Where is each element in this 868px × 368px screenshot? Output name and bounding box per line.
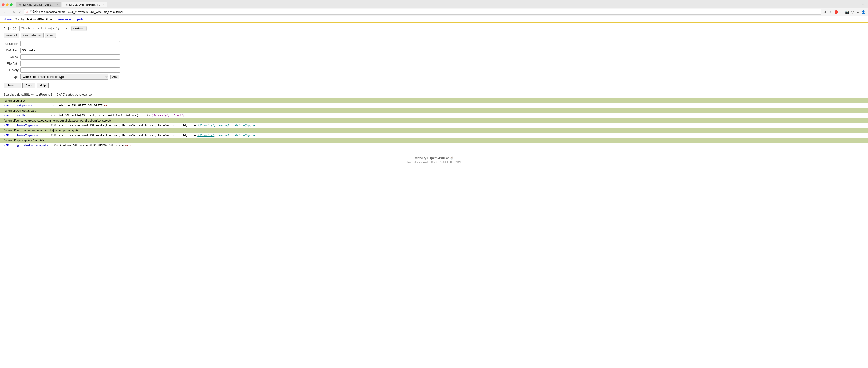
select-all-button[interactable]: select all	[4, 33, 19, 38]
a-link-3[interactable]: A	[5, 124, 7, 127]
minimize-button[interactable]	[6, 3, 8, 6]
filename-link-5[interactable]: grpc_shadow_boringssl.h	[17, 144, 48, 147]
tab-1[interactable]: {0} {0} NativeSsl.java - OpenGrok cro...…	[16, 2, 61, 7]
sort-path[interactable]: path	[77, 18, 83, 21]
filename-link-4[interactable]: NativeCrypto.java	[17, 134, 46, 137]
project-select-wrapper: Click here to select project(s) ▼	[20, 26, 69, 31]
tag-remove-icon[interactable]: ×	[73, 27, 74, 30]
table-row: H A D setup-vms.h 310 #define SSL_WRITE …	[0, 103, 868, 108]
type-select-outer: Click here to restrict the file type	[20, 74, 108, 80]
h-link-2[interactable]: H	[4, 114, 5, 117]
any-button[interactable]: Any	[110, 75, 119, 79]
close-button[interactable]	[2, 3, 4, 6]
tab-icon-2: {0}	[65, 3, 68, 6]
project-select[interactable]: Click here to select project(s)	[20, 26, 69, 31]
result-group-3: /external/conscrypt/repackaged/common/sr…	[0, 118, 868, 128]
back-button[interactable]: ‹	[3, 10, 6, 14]
code-after: (long ssl, NativeSsl ssl_holder, FileDes…	[104, 134, 187, 137]
address-field[interactable]: ⚠ 不安全 aospxref.com/android-10.0.0_r47/s?…	[24, 9, 822, 15]
tab-2[interactable]: {0} {0} SSL_write (definition) in proje.…	[62, 2, 107, 7]
path-link-4[interactable]: /external/conscrypt/common/src/main/java…	[4, 129, 78, 132]
ext4-icon[interactable]: ▽	[850, 10, 855, 14]
toolbar-icons: ⬇ ☆ 🔴 S 📷 ▽ ★ 👤	[823, 10, 865, 14]
filename-link-3[interactable]: NativeCrypto.java	[17, 124, 46, 127]
tab-close-1[interactable]: ×	[56, 3, 58, 6]
java-icon: ☕	[450, 157, 454, 160]
code-after: SSL_WRITE	[86, 104, 103, 107]
definition-input[interactable]	[20, 48, 120, 53]
line-content-2: int SSL_write(SSL *ssl, const void *buf,…	[59, 114, 864, 117]
d-link-3[interactable]: D	[7, 124, 9, 127]
forward-button[interactable]: ›	[7, 10, 10, 14]
code-after: (SSL *ssl, const void *buf, int num) {	[80, 114, 142, 117]
path-header-3: /external/conscrypt/repackaged/common/sr…	[0, 118, 868, 123]
path-header-5: /external/grpc-grpc/src/core/tsi/	[0, 138, 868, 143]
a-link-5[interactable]: A	[5, 144, 7, 147]
full-search-input[interactable]	[20, 41, 120, 47]
home-nav-button[interactable]: ⌂	[18, 10, 22, 14]
path-link-5[interactable]: /external/grpc-grpc/src/core/tsi/	[4, 139, 44, 142]
clear-projects-button[interactable]: clear	[45, 33, 56, 38]
symbol-input[interactable]	[20, 54, 120, 59]
sort-relevance[interactable]: relevance	[58, 18, 71, 21]
footer-date: Last Index update Fri Dec 31 22:16:45 CS…	[4, 161, 864, 163]
sort-last-modified[interactable]: last modified time	[27, 18, 52, 21]
help-button[interactable]: Help	[37, 83, 49, 88]
method-ref-link-4[interactable]: SSL_write()	[197, 134, 215, 137]
func-ref-link[interactable]: SSL_write()	[152, 114, 169, 117]
filename-link-1[interactable]: setup-vms.h	[17, 104, 46, 107]
home-link[interactable]: Home	[4, 18, 11, 21]
tab-title-1: {0} NativeSsl.java - OpenGrok cro...	[23, 3, 55, 6]
tab-title-2: {0} SSL_write (definition) in proje...	[69, 3, 101, 6]
h-link-3[interactable]: H	[4, 124, 5, 127]
profile-icon[interactable]: 👤	[861, 10, 865, 14]
history-input[interactable]	[20, 67, 120, 73]
definition-cell	[20, 47, 120, 54]
a-link-2[interactable]: A	[5, 114, 7, 117]
path-header-4: /external/conscrypt/common/src/main/java…	[0, 128, 868, 133]
d-link-2[interactable]: D	[7, 114, 9, 117]
ext1-icon[interactable]: 🔴	[834, 10, 838, 14]
reload-button[interactable]: ↻	[12, 10, 17, 14]
url-display: aospxref.com/android-10.0.0_r47/s?defs=S…	[39, 10, 123, 13]
file-path-input[interactable]	[20, 61, 120, 66]
maximize-button[interactable]	[10, 3, 13, 6]
bookmark-icon[interactable]: ☆	[829, 10, 833, 14]
button-row: Search Clear Help	[4, 83, 864, 88]
address-bar: ‹ › ↻ ⌂ ⚠ 不安全 aospxref.com/android-10.0.…	[0, 8, 868, 16]
d-link-5[interactable]: D	[7, 144, 9, 147]
line-num-4: 1151	[49, 134, 56, 137]
invert-selection-button[interactable]: invert selection	[21, 33, 43, 38]
h-link-5[interactable]: H	[4, 144, 5, 147]
history-row: History	[4, 67, 120, 73]
download-icon[interactable]: ⬇	[823, 10, 827, 14]
tab-close-2[interactable]: ×	[102, 3, 104, 6]
ext2-icon[interactable]: S	[839, 10, 844, 14]
type-select[interactable]: Click here to restrict the file type	[20, 74, 108, 80]
code-bold: SSL_write	[90, 124, 104, 127]
d-link-4[interactable]: D	[7, 134, 9, 137]
line-content-1: #define SSL_WRITE SSL_WRITE macro	[59, 104, 864, 107]
code-extra: in	[144, 114, 152, 117]
filename-link-2[interactable]: ssl_lib.cc	[17, 114, 46, 117]
a-link-1[interactable]: A	[5, 104, 7, 107]
ext5-icon[interactable]: ★	[856, 10, 860, 14]
path-link-3[interactable]: /external/conscrypt/repackaged/common/sr…	[4, 119, 111, 122]
expand-button[interactable]: ⌃	[860, 2, 866, 7]
code-text: static native void	[59, 134, 90, 137]
h-link-1[interactable]: H	[4, 104, 5, 107]
path-link-1[interactable]: /external/curl/lib/	[4, 99, 25, 102]
method-label-3: method in NativeCrypto	[215, 124, 254, 127]
a-link-4[interactable]: A	[5, 134, 7, 137]
path-link-2[interactable]: /external/boringssl/src/ssl/	[4, 109, 37, 112]
type-cell: Click here to restrict the file type Any	[20, 73, 120, 80]
ext3-icon[interactable]: 📷	[845, 10, 849, 14]
line-content-5: #define SSL_write GRPC_SHADOW_SSL_write …	[60, 144, 864, 147]
clear-button[interactable]: Clear	[22, 83, 35, 88]
method-ref-link-3[interactable]: SSL_write()	[197, 124, 215, 127]
new-tab-button[interactable]: +	[108, 2, 114, 8]
h-link-4[interactable]: H	[4, 134, 5, 137]
d-link-1[interactable]: D	[7, 104, 9, 107]
history-label: History	[4, 67, 20, 73]
search-button[interactable]: Search	[4, 83, 21, 88]
